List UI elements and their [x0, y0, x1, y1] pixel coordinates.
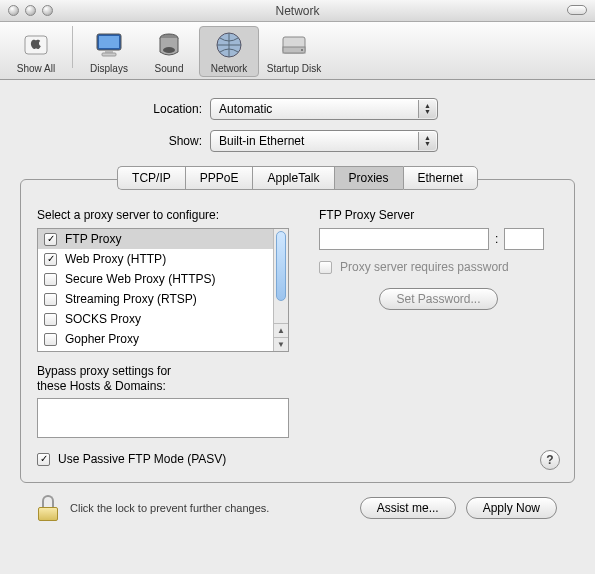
scrollbar-thumb[interactable] [276, 231, 286, 301]
svg-point-6 [163, 47, 175, 53]
toolbar-label: Network [211, 63, 248, 74]
show-label: Show: [20, 134, 210, 148]
toolbar-separator [72, 26, 73, 68]
svg-point-10 [301, 49, 303, 51]
globe-icon [211, 29, 247, 61]
drive-icon [276, 29, 312, 61]
proxies-panel: Select a proxy server to configure: FTP … [20, 179, 575, 483]
list-item-label: SOCKS Proxy [65, 312, 141, 326]
checkbox[interactable] [44, 293, 57, 306]
requires-password-checkbox[interactable] [319, 261, 332, 274]
svg-rect-2 [99, 36, 119, 48]
svg-rect-4 [102, 53, 116, 56]
bypass-hosts-field[interactable] [37, 398, 289, 438]
tab-bar: TCP/IP PPPoE AppleTalk Proxies Ethernet [20, 166, 575, 190]
scroll-down-icon[interactable]: ▼ [274, 338, 288, 351]
footer: Click the lock to prevent further change… [20, 483, 575, 521]
proxy-listbox: FTP Proxy Web Proxy (HTTP) Secure Web Pr… [37, 228, 289, 352]
location-row: Location: Automatic ▲▼ [20, 98, 575, 120]
toolbar-label: Sound [155, 63, 184, 74]
tab-ethernet[interactable]: Ethernet [403, 166, 478, 190]
requires-password-label: Proxy server requires password [340, 260, 509, 274]
preference-body: Location: Automatic ▲▼ Show: Built-in Et… [0, 80, 595, 531]
speaker-icon [151, 29, 187, 61]
select-proxy-label: Select a proxy server to configure: [37, 208, 289, 222]
list-item-label: Web Proxy (HTTP) [65, 252, 166, 266]
toolbar-toggle-button[interactable] [567, 5, 587, 15]
chevron-updown-icon: ▲▼ [418, 132, 436, 150]
list-item-label: Secure Web Proxy (HTTPS) [65, 272, 215, 286]
list-item-web-proxy[interactable]: Web Proxy (HTTP) [38, 249, 273, 269]
apple-icon [18, 29, 54, 61]
show-popup[interactable]: Built-in Ethernet ▲▼ [210, 130, 438, 152]
tab-appletalk[interactable]: AppleTalk [252, 166, 333, 190]
checkbox[interactable] [44, 333, 57, 346]
chevron-updown-icon: ▲▼ [418, 100, 436, 118]
passive-ftp-label: Use Passive FTP Mode (PASV) [58, 452, 226, 466]
set-password-button[interactable]: Set Password... [379, 288, 497, 310]
list-item-gopher-proxy[interactable]: Gopher Proxy [38, 329, 273, 349]
passive-ftp-row: Use Passive FTP Mode (PASV) [37, 452, 289, 466]
scroll-up-icon[interactable]: ▲ [274, 324, 288, 338]
toolbar-sound[interactable]: Sound [139, 26, 199, 77]
list-item-ftp-proxy[interactable]: FTP Proxy [38, 229, 273, 249]
footer-buttons: Assist me... Apply Now [360, 497, 557, 519]
bypass-label: Bypass proxy settings for these Hosts & … [37, 364, 289, 394]
bypass-label-line1: Bypass proxy settings for [37, 364, 171, 378]
toolbar: Show All Displays Sound Network Startup … [0, 22, 595, 80]
toolbar-network[interactable]: Network [199, 26, 259, 77]
lock-icon[interactable] [38, 495, 60, 521]
lock-hint-text: Click the lock to prevent further change… [70, 502, 360, 514]
toolbar-label: Startup Disk [267, 63, 321, 74]
location-value: Automatic [219, 102, 272, 116]
checkbox[interactable] [44, 313, 57, 326]
help-button[interactable]: ? [540, 450, 560, 470]
proxy-host-field[interactable] [319, 228, 489, 250]
list-item-socks-proxy[interactable]: SOCKS Proxy [38, 309, 273, 329]
toolbar-label: Displays [90, 63, 128, 74]
proxy-right-column: FTP Proxy Server : Proxy server requires… [319, 208, 558, 466]
proxy-list-content: FTP Proxy Web Proxy (HTTP) Secure Web Pr… [38, 229, 273, 351]
show-row: Show: Built-in Ethernet ▲▼ [20, 130, 575, 152]
window-title: Network [0, 4, 595, 18]
passive-ftp-checkbox[interactable] [37, 453, 50, 466]
checkbox[interactable] [44, 273, 57, 286]
scrollbar[interactable]: ▲ ▼ [273, 229, 288, 351]
bypass-label-line2: these Hosts & Domains: [37, 379, 166, 393]
toolbar-startup-disk[interactable]: Startup Disk [259, 26, 329, 77]
tab-proxies[interactable]: Proxies [334, 166, 403, 190]
display-icon [91, 29, 127, 61]
tab-tcpip[interactable]: TCP/IP [117, 166, 185, 190]
list-item-streaming-proxy[interactable]: Streaming Proxy (RTSP) [38, 289, 273, 309]
location-popup[interactable]: Automatic ▲▼ [210, 98, 438, 120]
toolbar-label: Show All [17, 63, 55, 74]
requires-password-row: Proxy server requires password [319, 260, 558, 274]
list-item-label: Gopher Proxy [65, 332, 139, 346]
toolbar-displays[interactable]: Displays [79, 26, 139, 77]
titlebar: Network [0, 0, 595, 22]
checkbox[interactable] [44, 233, 57, 246]
proxy-port-field[interactable] [504, 228, 544, 250]
toolbar-show-all[interactable]: Show All [6, 26, 66, 77]
list-item-label: FTP Proxy [65, 232, 121, 246]
proxy-server-label: FTP Proxy Server [319, 208, 558, 222]
host-port-separator: : [495, 232, 498, 246]
proxy-host-port-row: : [319, 228, 558, 250]
proxy-left-column: Select a proxy server to configure: FTP … [37, 208, 289, 466]
show-value: Built-in Ethernet [219, 134, 304, 148]
list-item-label: Streaming Proxy (RTSP) [65, 292, 197, 306]
apply-now-button[interactable]: Apply Now [466, 497, 557, 519]
scrollbar-arrows: ▲ ▼ [274, 323, 288, 351]
assist-me-button[interactable]: Assist me... [360, 497, 456, 519]
list-item-secure-web-proxy[interactable]: Secure Web Proxy (HTTPS) [38, 269, 273, 289]
checkbox[interactable] [44, 253, 57, 266]
location-label: Location: [20, 102, 210, 116]
tab-pppoe[interactable]: PPPoE [185, 166, 253, 190]
